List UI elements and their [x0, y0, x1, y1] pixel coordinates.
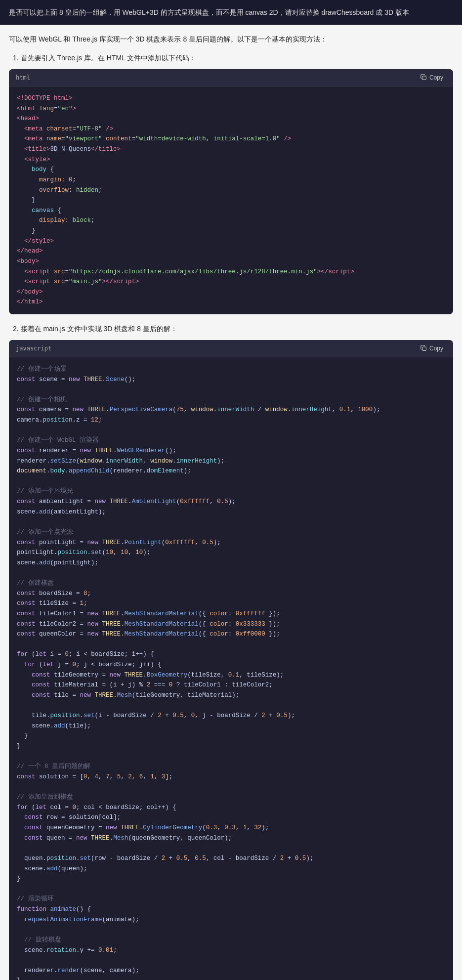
js-code-block: javascript Copy // 创建一个场景 const scene = …: [9, 340, 453, 980]
html-code-header: html Copy: [9, 69, 453, 86]
js-lang-label: javascript: [16, 345, 51, 352]
svg-rect-1: [422, 347, 426, 350]
intro-text: 可以使用 WebGL 和 Three.js 库实现一个 3D 棋盘来表示 8 皇…: [9, 34, 453, 45]
js-code-body: // 创建一个场景 const scene = new THREE.Scene(…: [9, 357, 453, 980]
step1-text: 1. 首先要引入 Three.js 库。在 HTML 文件中添加以下代码：: [9, 52, 453, 64]
copy-icon-2: [420, 345, 427, 351]
html-code-block: html Copy <!DOCTYPE html> <html lang="en…: [9, 69, 453, 314]
banner: 是否可以把上面 8 皇后的一组解，用 WebGL+3D 的方式呈现棋盘，而不是用…: [0, 0, 462, 25]
html-lang-label: html: [16, 74, 30, 81]
html-copy-button[interactable]: Copy: [418, 73, 446, 82]
html-code-body: <!DOCTYPE html> <html lang="en"> <head> …: [9, 86, 453, 314]
svg-rect-0: [422, 77, 426, 80]
js-copy-button[interactable]: Copy: [418, 344, 446, 353]
step2-text: 2. 接着在 main.js 文件中实现 3D 棋盘和 8 皇后的解：: [9, 323, 453, 335]
js-code-header: javascript Copy: [9, 340, 453, 357]
copy-icon: [420, 74, 427, 81]
